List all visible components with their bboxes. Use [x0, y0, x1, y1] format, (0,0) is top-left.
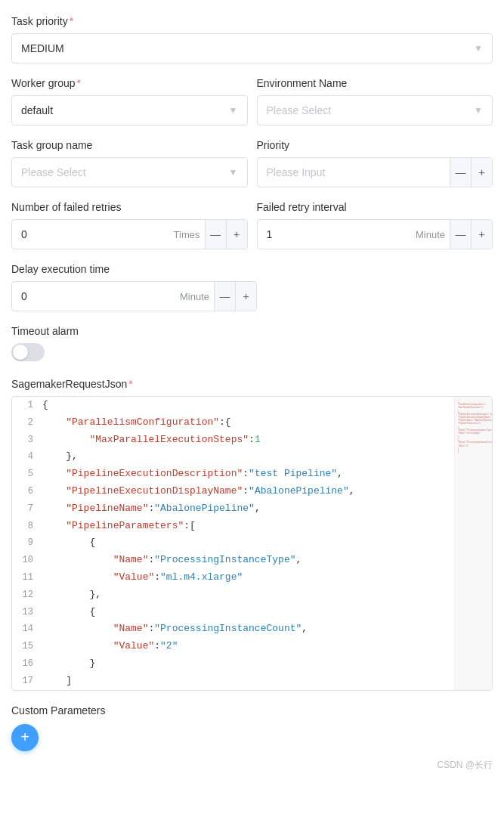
line-number: 16 [12, 656, 42, 671]
failed-retries-decrement-button[interactable]: — [205, 220, 226, 249]
line-number: 17 [12, 673, 42, 689]
failed-retries-unit: Times [169, 229, 205, 240]
table-row: 12 }, [12, 586, 492, 604]
code-lines: 1{2 "ParallelismConfiguration":{3 "MaxPa… [12, 397, 492, 690]
failed-retries-value: 0 [12, 228, 169, 240]
priority-input-box: Please Input — + [257, 157, 493, 187]
table-row: 6 "PipelineExecutionDisplayName":"Abalon… [12, 483, 492, 500]
table-row: 17 ] [12, 673, 492, 690]
retry-interval-label: Failed retry interval [257, 201, 493, 213]
line-number: 13 [12, 605, 42, 620]
retry-interval-input: 1 Minute — + [257, 219, 493, 249]
priority-col: Priority Please Input — + [257, 139, 493, 187]
line-number: 4 [12, 449, 42, 464]
table-row: 11 "Value":"ml.m4.xlarge" [12, 569, 492, 586]
chevron-down-icon: ▼ [474, 43, 483, 54]
task-priority-section: Task priority* MEDIUM ▼ [11, 15, 493, 63]
priority-increment-button[interactable]: + [471, 158, 492, 187]
failed-retries-col: Number of failed retries 0 Times — + [11, 201, 248, 249]
sagemaker-json-editor[interactable]: {"ParallelismConfiguration":{"MaxParalle… [11, 396, 493, 691]
table-row: 15 "Value":"2" [12, 638, 492, 655]
toggle-knob [13, 345, 28, 360]
retries-row: Number of failed retries 0 Times — + Fai… [11, 201, 493, 249]
timeout-alarm-label: Timeout alarm [11, 325, 493, 337]
table-row: 3 "MaxParallelExecutionSteps":1 [12, 432, 492, 449]
retry-interval-increment-button[interactable]: + [471, 220, 492, 249]
taskgroup-priority-row: Task group name Please Select ▼ Priority… [11, 139, 493, 187]
task-group-name-select[interactable]: Please Select ▼ [11, 157, 248, 187]
retry-interval-unit: Minute [411, 229, 450, 240]
required-star: * [70, 15, 73, 27]
custom-params-section: Custom Parameters + [11, 704, 493, 751]
table-row: 2 "ParallelismConfiguration":{ [12, 414, 492, 432]
delay-execution-label: Delay execution time [11, 263, 493, 275]
environment-name-select[interactable]: Please Select ▼ [257, 95, 493, 125]
chevron-down-icon: ▼ [229, 105, 238, 116]
task-priority-value: MEDIUM [21, 42, 64, 54]
line-number: 1 [12, 398, 42, 413]
priority-label: Priority [257, 139, 493, 151]
worker-group-label: Worker group* [11, 77, 248, 89]
task-group-name-col: Task group name Please Select ▼ [11, 139, 248, 187]
retry-interval-decrement-button[interactable]: — [450, 220, 471, 249]
table-row: 1{ [12, 397, 492, 414]
code-minimap: {"ParallelismConfiguration":{"MaxParalle… [454, 397, 492, 690]
task-group-name-placeholder: Please Select [21, 166, 86, 178]
retry-interval-col: Failed retry interval 1 Minute — + [257, 201, 493, 249]
worker-env-row: Worker group* default ▼ Environment Name… [11, 77, 493, 125]
delay-execution-input: 0 Minute — + [11, 281, 257, 311]
task-priority-label: Task priority* [11, 15, 493, 27]
line-number: 10 [12, 552, 42, 568]
delay-execution-value: 0 [12, 290, 175, 302]
line-number: 8 [12, 518, 42, 534]
table-row: 9 { [12, 534, 492, 552]
priority-decrement-button[interactable]: — [450, 158, 471, 187]
table-row: 13 { [12, 604, 492, 621]
line-number: 12 [12, 587, 42, 602]
table-row: 4 }, [12, 448, 492, 466]
priority-placeholder: Please Input [258, 166, 450, 178]
line-number: 2 [12, 415, 42, 430]
line-number: 14 [12, 621, 42, 636]
table-row: 8 "PipelineParameters":[ [12, 518, 492, 535]
line-number: 15 [12, 639, 42, 654]
delay-execution-section: Delay execution time 0 Minute — + [11, 263, 493, 311]
table-row: 5 "PipelineExecutionDescription":"test P… [12, 466, 492, 483]
table-row: 7 "PipelineName":"AbalonePipeline", [12, 500, 492, 518]
line-number: 11 [12, 570, 42, 585]
task-group-name-label: Task group name [11, 139, 248, 151]
worker-group-col: Worker group* default ▼ [11, 77, 248, 125]
environment-name-label: Environment Name [257, 77, 493, 89]
table-row: 16 } [12, 655, 492, 673]
task-priority-select[interactable]: MEDIUM ▼ [11, 33, 493, 63]
add-custom-param-button[interactable]: + [11, 724, 39, 751]
sagemaker-json-label: SagemakerRequestJson* [11, 378, 493, 390]
line-number: 9 [12, 535, 42, 550]
delay-increment-button[interactable]: + [235, 282, 256, 311]
delay-decrement-button[interactable]: — [214, 282, 235, 311]
environment-name-placeholder: Please Select [267, 104, 332, 116]
timeout-alarm-toggle[interactable] [11, 343, 45, 361]
failed-retries-label: Number of failed retries [11, 201, 248, 213]
worker-group-value: default [21, 104, 53, 116]
failed-retries-input: 0 Times — + [11, 219, 248, 249]
failed-retries-increment-button[interactable]: + [226, 220, 247, 249]
line-number: 5 [12, 466, 42, 481]
timeout-alarm-section: Timeout alarm [11, 325, 493, 361]
chevron-down-icon: ▼ [474, 105, 483, 116]
line-number: 3 [12, 432, 42, 447]
sagemaker-json-section: SagemakerRequestJson* {"ParallelismConfi… [11, 378, 493, 691]
chevron-down-icon: ▼ [229, 167, 238, 178]
delay-execution-unit: Minute [175, 291, 214, 302]
custom-params-label: Custom Parameters [11, 704, 493, 716]
add-icon: + [20, 729, 29, 746]
worker-group-select[interactable]: default ▼ [11, 95, 248, 125]
environment-name-col: Environment Name Please Select ▼ [257, 77, 493, 125]
line-number: 6 [12, 484, 42, 499]
table-row: 10 "Name":"ProcessingInstanceType", [12, 552, 492, 569]
watermark: CSDN @长行 [11, 759, 493, 772]
table-row: 14 "Name":"ProcessingInstanceCount", [12, 620, 492, 638]
retry-interval-value: 1 [258, 228, 411, 240]
line-number: 7 [12, 501, 42, 516]
